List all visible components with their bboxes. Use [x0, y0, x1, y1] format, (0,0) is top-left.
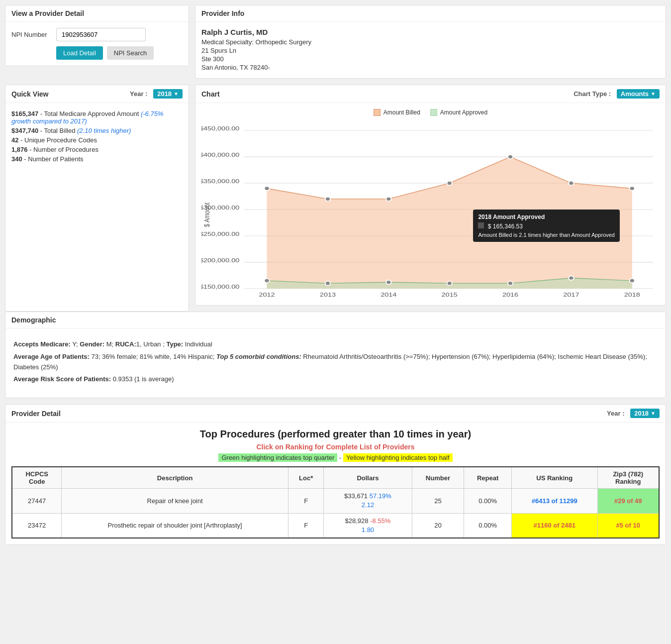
provider-address2: Ste 300 [201, 55, 660, 63]
provider-detail-year-badge[interactable]: 2018 [630, 409, 660, 418]
row2-dollars: $28,928 -8.55% 1.80 [324, 513, 412, 538]
row2-desc: Prosthetic repair of shoulder joint [Art… [62, 513, 288, 538]
row2-number: 20 [412, 513, 464, 538]
chart-area: $150,000.00 $200,000.00 $250,000.00 $300… [201, 120, 660, 299]
svg-point-17 [325, 197, 331, 201]
provider-detail-title: Provider Detail [11, 410, 61, 418]
legend-billed-label: Amount Billed [383, 109, 420, 116]
row2-code: 23472 [12, 513, 62, 538]
svg-text:$250,000.00: $250,000.00 [201, 230, 239, 237]
qv-stat-5: 340 - Number of Patients [11, 155, 183, 163]
highlight-yellow: Yellow highlighting indicates top half [343, 453, 453, 462]
svg-point-21 [569, 181, 574, 185]
svg-point-25 [325, 281, 331, 285]
svg-point-20 [508, 155, 513, 159]
svg-point-16 [264, 186, 270, 190]
table-subtitle[interactable]: Click on Ranking for Complete List of Pr… [11, 443, 660, 451]
table-row: 23472 Prosthetic repair of shoulder join… [12, 513, 659, 538]
svg-text:2013: 2013 [320, 291, 336, 298]
chart-svg: $150,000.00 $200,000.00 $250,000.00 $300… [201, 120, 660, 299]
legend-approved-label: Amount Approved [440, 109, 487, 116]
col-zip-ranking: Zip3 (782)Ranking [597, 467, 659, 489]
svg-text:$450,000.00: $450,000.00 [201, 125, 239, 132]
col-repeat: Repeat [464, 467, 512, 489]
row1-number: 25 [412, 489, 464, 513]
svg-text:$350,000.00: $350,000.00 [201, 178, 239, 184]
npi-search-button[interactable]: NPI Search [107, 46, 154, 60]
highlight-sep: - [339, 454, 343, 461]
procedures-table: HCPCSCode Description Loc* Dollars Numbe… [11, 466, 660, 538]
svg-point-26 [386, 280, 391, 284]
quick-view-year-label: Year : [130, 90, 147, 98]
load-detail-button[interactable]: Load Detail [56, 46, 103, 60]
svg-text:$200,000.00: $200,000.00 [201, 257, 239, 263]
svg-point-19 [447, 181, 452, 185]
provider-specialty: Medical Specialty: Orthopedic Surgery [201, 38, 660, 46]
npi-input[interactable] [56, 28, 146, 41]
provider-detail-year-label: Year : [607, 410, 624, 417]
row2-loc: F [288, 513, 324, 538]
table-row: 27447 Repair of knee joint F $33,671 57.… [12, 489, 659, 513]
highlight-green: Green highlighting indicates top quarter [218, 453, 337, 462]
svg-point-27 [447, 281, 452, 285]
npi-label: NPI Number [11, 31, 51, 38]
row1-repeat: 0.00% [464, 489, 512, 513]
chart-type-badge[interactable]: Amounts [617, 89, 660, 99]
quick-view-title: Quick View [11, 90, 48, 98]
svg-point-28 [508, 281, 513, 285]
row1-code: 27447 [12, 489, 62, 513]
demo-line2: Average Age of Patients: 73; 36% female;… [13, 352, 658, 373]
qv-stat-1: $165,347 - Total Medicare Approved Amoun… [11, 110, 183, 125]
demo-line1: Accepts Medicare: Y; Gender: M; RUCA:1, … [13, 339, 658, 350]
col-dollars: Dollars [324, 467, 412, 489]
table-title: Top Procedures (performed greater than 1… [11, 429, 660, 440]
row1-zip-ranking[interactable]: #29 of 49 [597, 489, 659, 513]
legend-approved-box [430, 109, 437, 116]
chart-type-label: Chart Type : [574, 90, 611, 98]
row1-dollars: $33,671 57.19% 2.12 [324, 489, 412, 513]
demo-line3: Average Risk Score of Patients: 0.9353 (… [13, 374, 658, 385]
qv-stat-3: 42 - Unique Procedure Codes [11, 136, 183, 144]
provider-info-title: Provider Info [201, 9, 244, 17]
svg-text:2015: 2015 [442, 291, 458, 298]
row1-loc: F [288, 489, 324, 513]
view-provider-title: View a Provider Detail [11, 9, 84, 17]
svg-text:2014: 2014 [381, 291, 396, 298]
svg-text:2012: 2012 [259, 291, 275, 298]
row2-us-ranking[interactable]: #1160 of 2481 [512, 513, 597, 538]
svg-point-22 [629, 186, 635, 190]
svg-text:$ Amount: $ Amount [203, 203, 211, 227]
svg-text:2018: 2018 [624, 291, 640, 298]
svg-point-24 [264, 279, 270, 283]
svg-text:$400,000.00: $400,000.00 [201, 151, 239, 158]
chart-title: Chart [201, 90, 220, 98]
chart-legend: Amount Billed Amount Approved [201, 109, 660, 116]
qv-stat-2: $347,740 - Total Billed (2.10 times high… [11, 127, 183, 134]
col-us-ranking: US Ranking [512, 467, 597, 489]
col-loc: Loc* [288, 467, 324, 489]
table-highlight-note: Green highlighting indicates top quarter… [11, 454, 660, 461]
qv-stat-4: 1,876 - Number of Procedures [11, 146, 183, 153]
provider-address1: 21 Spurs Ln [201, 47, 660, 54]
svg-point-30 [629, 279, 635, 283]
provider-address3: San Antonio, TX 78240- [201, 64, 660, 71]
svg-text:$150,000.00: $150,000.00 [201, 283, 239, 290]
svg-marker-15 [267, 157, 632, 289]
svg-text:2017: 2017 [563, 291, 579, 298]
legend-billed-box [374, 109, 381, 116]
svg-point-18 [386, 197, 391, 201]
col-desc: Description [62, 467, 288, 489]
col-hcpcs: HCPCSCode [12, 467, 62, 489]
svg-point-29 [569, 276, 574, 280]
col-number: Number [412, 467, 464, 489]
row2-repeat: 0.00% [464, 513, 512, 538]
row2-zip-ranking[interactable]: #5 of 10 [597, 513, 659, 538]
row1-desc: Repair of knee joint [62, 489, 288, 513]
demographic-title: Demographic [11, 316, 56, 324]
svg-text:2016: 2016 [502, 291, 518, 298]
provider-name: Ralph J Curtis, MD [201, 28, 660, 36]
quick-view-year-badge[interactable]: 2018 [153, 89, 183, 99]
row1-us-ranking[interactable]: #6413 of 11299 [512, 489, 597, 513]
